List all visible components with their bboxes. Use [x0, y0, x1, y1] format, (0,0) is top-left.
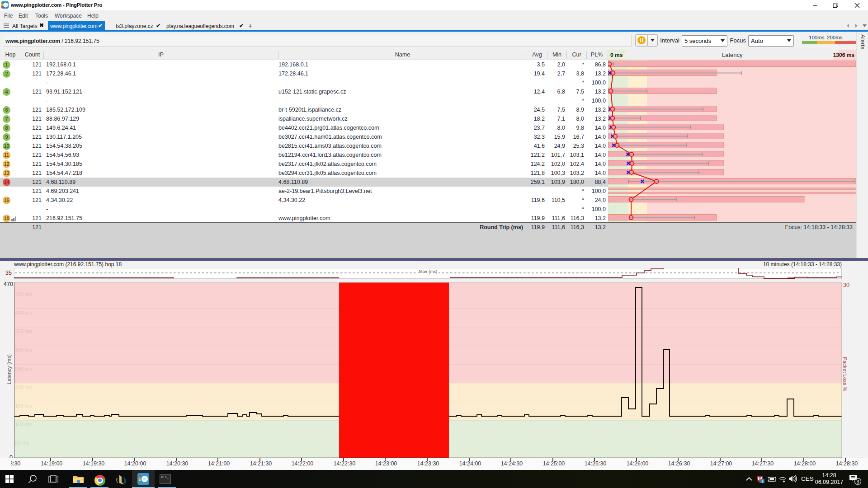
svg-text:i: i — [762, 479, 763, 483]
svg-text:50 ms: 50 ms — [15, 441, 29, 446]
svg-text:250 ms: 250 ms — [15, 366, 32, 371]
svg-text:3: 3 — [856, 479, 859, 484]
svg-text:400 ms: 400 ms — [15, 310, 32, 315]
svg-text:300 ms: 300 ms — [15, 347, 32, 352]
svg-text:450 ms: 450 ms — [15, 291, 32, 297]
svg-text:150 ms: 150 ms — [15, 403, 32, 408]
svg-text:350 ms: 350 ms — [15, 328, 32, 334]
svg-text:100 ms: 100 ms — [15, 422, 32, 427]
svg-text:200 ms: 200 ms — [15, 385, 32, 390]
